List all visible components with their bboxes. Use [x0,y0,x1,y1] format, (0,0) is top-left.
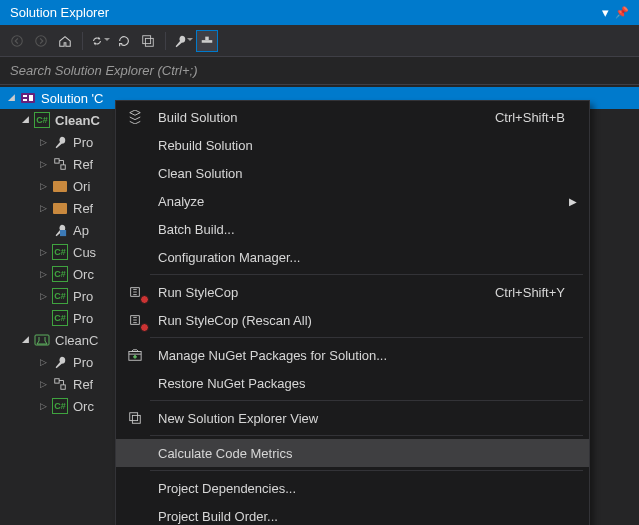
solution-icon [20,90,36,106]
back-icon[interactable] [6,30,28,52]
solution-label: Solution 'C [41,91,103,106]
item-label: Pro [73,289,93,304]
cs-file-icon: C# [52,310,68,326]
menu-config-manager[interactable]: Configuration Manager... [116,243,589,271]
expander-icon[interactable]: ▷ [36,135,50,149]
item-label: Orc [73,399,94,414]
menu-label: Project Dependencies... [148,481,589,496]
menu-label: New Solution Explorer View [148,411,589,426]
submenu-arrow-icon: ▶ [569,196,589,207]
expander-icon[interactable]: ▷ [36,179,50,193]
test-project-icon [34,332,50,348]
stylecop-icon [122,309,148,331]
item-label: Pro [73,355,93,370]
expander-icon[interactable]: ▷ [36,157,50,171]
svg-point-1 [36,35,47,46]
menu-clean[interactable]: Clean Solution [116,159,589,187]
svg-rect-5 [205,36,209,40]
sync-icon[interactable] [89,30,111,52]
references-icon [52,376,68,392]
menu-label: Run StyleCop [148,285,495,300]
stylecop-icon [122,281,148,303]
menu-label: Configuration Manager... [148,250,589,265]
chevron-down-icon[interactable]: ▾ [602,5,609,20]
cs-file-icon: C# [52,244,68,260]
expander-icon[interactable]: ▷ [36,399,50,413]
menu-label: Run StyleCop (Rescan All) [148,313,589,328]
menu-separator [150,470,583,471]
csproj-icon: C# [34,112,50,128]
panel-titlebar: Solution Explorer ▾ 📌 [0,0,639,25]
menu-label: Rebuild Solution [148,138,589,153]
context-menu: Build Solution Ctrl+Shift+B Rebuild Solu… [115,100,590,525]
expander-icon[interactable]: ◢ [4,91,18,105]
item-label: Ap [73,223,89,238]
menu-manage-nuget[interactable]: Manage NuGet Packages for Solution... [116,341,589,369]
project-label: CleanC [55,113,100,128]
menu-project-build-order[interactable]: Project Build Order... [116,502,589,525]
menu-separator [150,337,583,338]
menu-new-view[interactable]: New Solution Explorer View [116,404,589,432]
expander-icon[interactable]: ▷ [36,289,50,303]
item-label: Ref [73,377,93,392]
cs-file-icon: C# [52,398,68,414]
item-label: Orc [73,267,94,282]
expander-icon[interactable]: ▷ [36,355,50,369]
svg-rect-14 [55,379,59,383]
menu-label: Batch Build... [148,222,589,237]
item-label: Ref [73,201,93,216]
expander-icon[interactable]: ◢ [18,113,32,127]
nuget-icon [122,344,148,366]
menu-batch-build[interactable]: Batch Build... [116,215,589,243]
menu-run-stylecop-rescan[interactable]: Run StyleCop (Rescan All) [116,306,589,334]
menu-calculate-code-metrics[interactable]: Calculate Code Metrics [116,439,589,467]
forward-icon[interactable] [30,30,52,52]
expander-icon[interactable]: ▷ [36,267,50,281]
menu-build[interactable]: Build Solution Ctrl+Shift+B [116,103,589,131]
search-input[interactable]: Search Solution Explorer (Ctrl+;) [0,57,639,85]
menu-shortcut: Ctrl+Shift+B [495,110,589,125]
item-label: Ori [73,179,90,194]
cs-file-icon: C# [52,288,68,304]
menu-label: Build Solution [148,110,495,125]
menu-label: Analyze [148,194,569,209]
menu-run-stylecop[interactable]: Run StyleCop Ctrl+Shift+Y [116,278,589,306]
svg-rect-3 [145,38,153,46]
svg-rect-18 [132,415,140,423]
properties-icon[interactable] [172,30,194,52]
expander-icon[interactable]: ▷ [36,377,50,391]
build-icon [122,106,148,128]
svg-rect-4 [202,40,213,43]
menu-rebuild[interactable]: Rebuild Solution [116,131,589,159]
collapse-all-icon[interactable] [137,30,159,52]
expander-icon[interactable]: ▷ [36,201,50,215]
item-label: Ref [73,157,93,172]
item-label: Cus [73,245,96,260]
menu-separator [150,274,583,275]
menu-analyze[interactable]: Analyze ▶ [116,187,589,215]
menu-restore-nuget[interactable]: Restore NuGet Packages [116,369,589,397]
expander-icon[interactable]: ▷ [36,245,50,259]
new-view-icon [122,407,148,429]
config-icon [52,222,68,238]
menu-shortcut: Ctrl+Shift+Y [495,285,589,300]
svg-rect-12 [60,230,66,236]
menu-separator [150,435,583,436]
refresh-icon[interactable] [113,30,135,52]
wrench-icon [52,354,68,370]
cs-file-icon: C# [52,266,68,282]
home-icon[interactable] [54,30,76,52]
menu-label: Clean Solution [148,166,589,181]
svg-rect-15 [61,385,65,389]
wrench-icon [52,134,68,150]
item-label: Pro [73,135,93,150]
pin-icon[interactable]: 📌 [615,6,629,19]
svg-rect-17 [130,413,138,421]
svg-rect-11 [61,165,65,169]
svg-rect-10 [55,159,59,163]
svg-point-0 [12,35,23,46]
expander-icon[interactable]: ◢ [18,333,32,347]
project-label: CleanC [55,333,98,348]
show-all-files-icon[interactable] [196,30,218,52]
menu-project-dependencies[interactable]: Project Dependencies... [116,474,589,502]
